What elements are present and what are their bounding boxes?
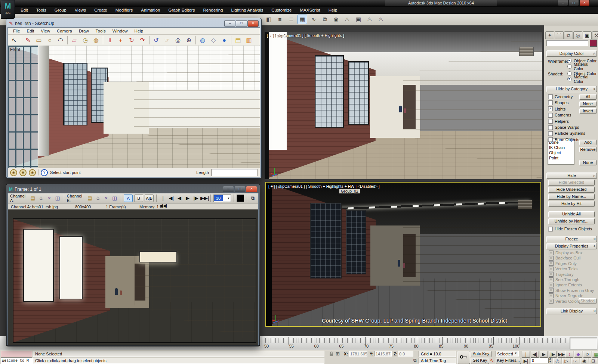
rollout-freeze[interactable]: Freeze « xyxy=(546,236,597,242)
radio-icon[interactable] xyxy=(567,77,572,81)
none-list-button[interactable]: None xyxy=(579,160,597,165)
list-item[interactable]: Point xyxy=(549,155,573,161)
loop-icon[interactable]: ↺ xyxy=(583,351,591,358)
checkbox-row-geometry[interactable]: Geometry xyxy=(548,94,573,99)
play-icon[interactable]: ▶ xyxy=(540,351,548,358)
hide-selected-button[interactable]: Hide Selected xyxy=(548,180,595,186)
checkbox-row-bone-objects[interactable]: Bone Objects xyxy=(548,137,579,142)
checkbox-row-backface-cull[interactable]: Backface Cull xyxy=(549,255,580,261)
checkbox-icon[interactable] xyxy=(548,119,553,124)
motion-tab-icon[interactable]: ◎ xyxy=(573,31,582,39)
add-location-icon[interactable]: ◍ xyxy=(198,36,207,45)
minimize-button[interactable]: – xyxy=(558,0,568,6)
display-tab-icon[interactable]: ▣ xyxy=(583,31,592,39)
unhide-by-name-button[interactable]: Unhide by Name... xyxy=(548,218,595,224)
rotate-tool-icon[interactable]: ↻ xyxy=(127,36,136,45)
next-frame-icon[interactable]: |▶ xyxy=(192,195,200,202)
create-tab-icon[interactable]: ✦ xyxy=(545,31,554,39)
menu-item[interactable]: Rendering xyxy=(199,7,227,14)
radio-icon[interactable] xyxy=(567,71,572,76)
play-reverse-icon[interactable]: ◀ xyxy=(176,195,183,202)
arc-tool-icon[interactable]: ◠ xyxy=(56,36,65,45)
application-logo[interactable]: M 3DS xyxy=(1,0,15,19)
fps-dropdown[interactable]: 30 ▼ xyxy=(213,195,231,202)
close-button[interactable]: × xyxy=(246,186,257,193)
current-frame-field[interactable] xyxy=(531,358,549,363)
sketchup-window[interactable]: ✎ hes_rsh - SketchUp – □ × FileEditViewC… xyxy=(6,18,262,178)
radio-shaded-material-color[interactable]: Material Color xyxy=(567,77,598,81)
tape-measure-icon[interactable]: ◷ xyxy=(80,36,90,45)
checkbox-icon[interactable] xyxy=(548,227,553,231)
paint-bucket-icon[interactable]: ◍ xyxy=(91,36,101,45)
orbit-icon[interactable]: ◉ xyxy=(580,358,588,364)
remove-button[interactable]: Remove xyxy=(579,147,597,152)
viewport-camera-top[interactable]: [ + ] [ skpCamera01 ] [ Smooth + Highlig… xyxy=(265,32,542,179)
ram-player-window[interactable]: M Frame: 1 of 1 – □ × Channel A: ▤♨×◫ Ch… xyxy=(6,184,260,346)
curve-editor-icon[interactable]: ∿ xyxy=(309,15,318,24)
sketchup-canvas[interactable] xyxy=(8,46,260,168)
object-name-field[interactable] xyxy=(546,40,588,46)
selection-set-dropdown[interactable]: Selected▼ xyxy=(496,351,519,357)
toggle-layer-explorer-icon[interactable]: ▦ xyxy=(298,15,307,24)
orbit-tool-icon[interactable]: ↺ xyxy=(151,36,161,45)
open-channel-icon[interactable]: ▤ xyxy=(29,195,37,202)
unhide-all-button[interactable]: Unhide All xyxy=(548,211,595,217)
y-coordinate-field[interactable]: 1415.87 xyxy=(374,351,392,357)
ram-player-canvas[interactable] xyxy=(8,209,258,345)
share-model-icon[interactable]: ▥ xyxy=(244,36,254,45)
checkbox-row-vertex-ticks[interactable]: Vertex Ticks xyxy=(549,266,577,271)
clear-channel-icon[interactable]: × xyxy=(46,195,53,202)
open-channel-icon[interactable]: ▤ xyxy=(86,195,93,202)
radio-icon[interactable] xyxy=(567,59,572,63)
checkbox-row-show-frozen-in-gray[interactable]: Show Frozen in Gray xyxy=(549,288,594,293)
minimize-button[interactable]: – xyxy=(224,20,235,27)
sketchup-titlebar[interactable]: ✎ hes_rsh - SketchUp – □ × xyxy=(7,19,260,27)
align-icon[interactable]: ≡ xyxy=(275,15,285,24)
time-configuration-icon[interactable]: ◴ xyxy=(553,358,561,364)
ram-player-titlebar[interactable]: M Frame: 1 of 1 – □ × xyxy=(7,185,259,193)
menu-item[interactable]: Tools xyxy=(93,29,109,33)
credits-icon[interactable]: ◉ xyxy=(19,169,27,176)
menu-item[interactable]: Create xyxy=(90,7,111,14)
viewport-canvas[interactable] xyxy=(266,183,540,326)
checkbox-row-see-through[interactable]: See-Through xyxy=(549,277,579,282)
capture-render-icon[interactable]: ♨ xyxy=(37,195,45,202)
field-of-view-icon[interactable]: ▷ xyxy=(562,358,570,364)
menu-item[interactable]: File xyxy=(10,29,23,33)
checkbox-icon[interactable] xyxy=(549,293,554,298)
menu-item[interactable]: Graph Editors xyxy=(164,7,199,14)
menu-item[interactable]: Modifiers xyxy=(111,7,137,14)
checkbox-row-trajectory[interactable]: Trajectory xyxy=(549,272,574,277)
menu-item[interactable]: View xyxy=(38,29,53,33)
hide-by-hit-button[interactable]: Hide by Hit xyxy=(548,201,595,207)
none-button[interactable]: None xyxy=(579,101,597,107)
go-to-end-icon[interactable]: ▶▶| xyxy=(558,351,566,358)
menu-item[interactable]: Draw xyxy=(76,29,92,33)
menu-item[interactable]: Lighting Analysis xyxy=(227,7,267,14)
line-tool-icon[interactable]: ✎ xyxy=(23,36,33,45)
checkbox-row-display-as-box[interactable]: Display as Box xyxy=(549,250,583,255)
checkbox-row-vertex-colors[interactable]: Vertex Colors xyxy=(549,299,580,304)
offset-tool-icon[interactable]: ↷ xyxy=(138,36,147,45)
show-channel-a-button[interactable]: A xyxy=(124,195,133,202)
length-input[interactable] xyxy=(211,169,258,176)
move-tool-icon[interactable]: + xyxy=(116,36,126,45)
hide-unselected-button[interactable]: Hide Unselected xyxy=(548,187,595,193)
rollout-display-color[interactable]: Display Color « xyxy=(546,50,597,57)
rendered-frame-window-icon[interactable]: ▣ xyxy=(354,15,363,24)
checkbox-icon[interactable] xyxy=(549,256,554,261)
go-to-end-button[interactable]: ▶| xyxy=(522,358,530,364)
checkbox-row-edges-only[interactable]: Edges Only xyxy=(549,261,577,266)
selection-lock-icon[interactable] xyxy=(329,351,334,357)
first-frame-icon[interactable]: |◀◀ xyxy=(159,195,167,202)
layer-manager-icon[interactable]: ≣ xyxy=(286,15,296,24)
menu-item[interactable]: Camera xyxy=(54,29,75,33)
save-channel-icon[interactable]: ◫ xyxy=(111,195,118,202)
maximize-button[interactable]: □ xyxy=(234,186,246,193)
viewport-label[interactable]: [ + ] [ skpCamera01 ] [ Smooth + Highlig… xyxy=(268,184,380,189)
menu-item[interactable]: Window xyxy=(110,29,131,33)
checkbox-icon[interactable] xyxy=(548,100,553,105)
circle-tool-icon[interactable]: ○ xyxy=(45,36,55,45)
checkbox-icon[interactable] xyxy=(548,137,553,142)
menu-item[interactable]: Edit xyxy=(24,29,37,33)
